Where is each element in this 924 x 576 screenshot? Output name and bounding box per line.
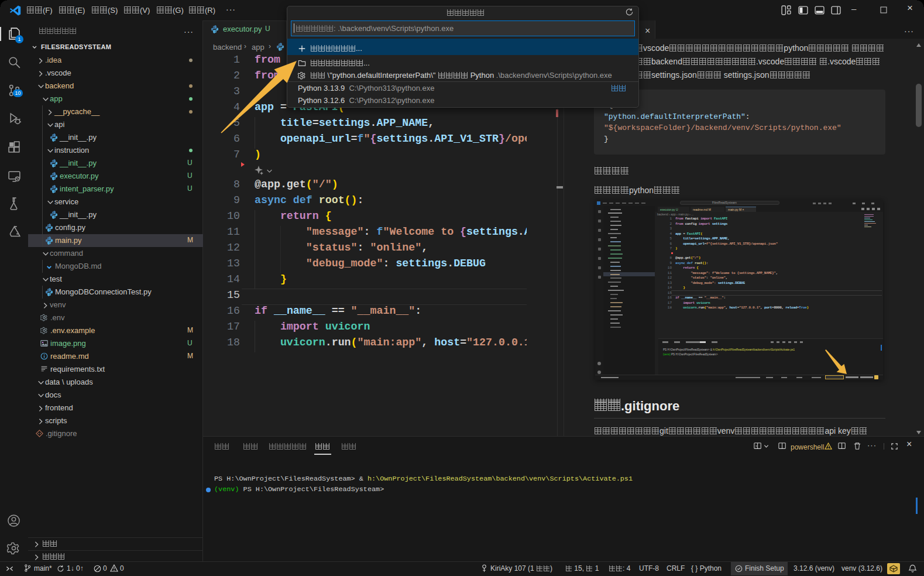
svg-text:1: 1 (18, 36, 20, 42)
svg-text:10: 10 (15, 90, 21, 96)
